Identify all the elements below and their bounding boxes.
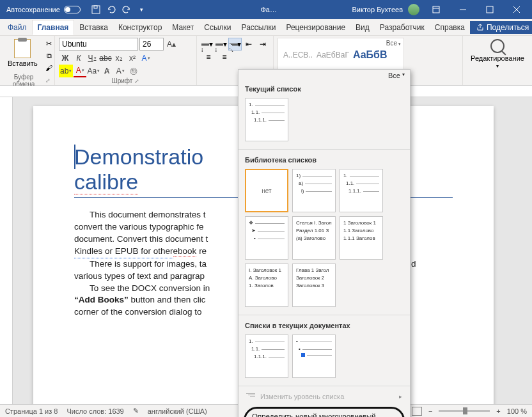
close-button[interactable] xyxy=(504,0,529,19)
clipboard-launcher-icon[interactable]: ⤢ xyxy=(45,77,51,84)
char-border-button[interactable]: A xyxy=(114,65,127,77)
doc-list-tile-2[interactable]: • • xyxy=(292,334,336,378)
user-account[interactable]: Виктор Бухтеев xyxy=(352,4,423,15)
format-painter-button[interactable]: 🖌 xyxy=(43,62,56,74)
italic-button[interactable]: К xyxy=(72,52,85,65)
highlight-button[interactable]: ab xyxy=(59,65,73,77)
zoom-slider[interactable] xyxy=(439,410,490,412)
tab-design[interactable]: Конструктор xyxy=(113,20,167,35)
bullets-button[interactable]: ▾ xyxy=(201,38,214,51)
change-case-button[interactable]: Aa xyxy=(87,65,100,77)
increase-indent-button[interactable]: ⇥ xyxy=(256,38,269,51)
svg-rect-3 xyxy=(487,6,493,13)
section-current-list: Текущий список xyxy=(239,81,410,95)
font-family-input[interactable] xyxy=(59,38,138,51)
tab-file[interactable]: Файл xyxy=(3,20,32,35)
bold-button[interactable]: Ж xyxy=(59,52,72,65)
clear-format-button[interactable]: A̷ xyxy=(100,65,113,77)
align-left-button[interactable]: ≡ xyxy=(201,51,216,63)
grow-font-button[interactable]: A▴ xyxy=(165,38,178,51)
status-spellcheck-icon[interactable]: ✎ xyxy=(133,407,139,415)
zoom-level[interactable]: 100 % xyxy=(507,407,527,415)
qat-dropdown-icon[interactable]: ▾ xyxy=(137,4,147,15)
editing-button[interactable]: Редактирование ▾ xyxy=(467,38,528,70)
toggle-icon xyxy=(64,6,81,13)
clipboard-group: Вставить ✂ ⧉ 🖌 Буфер обмена⤢ xyxy=(0,36,55,85)
title-line-2: calibre xyxy=(74,169,138,194)
ribbon-options-button[interactable] xyxy=(423,0,449,19)
window-controls xyxy=(423,0,529,19)
status-page[interactable]: Страница 1 из 8 xyxy=(5,407,58,415)
tab-home[interactable]: Главная xyxy=(32,20,75,35)
styles-all-label[interactable]: Все xyxy=(386,40,401,47)
styles-gallery[interactable]: А..ЕСВ.. АаЕбВаГ АаБбВ Все xyxy=(278,38,404,72)
vertical-ruler[interactable] xyxy=(0,97,13,404)
zoom-out-button[interactable]: − xyxy=(428,407,432,415)
change-level-label: Изменить уровень списка xyxy=(260,393,344,400)
quick-access-toolbar: ▾ xyxy=(91,4,147,15)
dropdown-all[interactable]: Все xyxy=(239,70,410,81)
numbering-button[interactable]: ▾ xyxy=(215,38,228,51)
save-icon[interactable] xyxy=(91,4,101,15)
tab-view[interactable]: Вид xyxy=(350,20,375,35)
list-tile-none[interactable]: нет xyxy=(245,169,288,212)
list-tile-paren[interactable]: 1) a) i) xyxy=(292,169,336,212)
share-label: Поделиться xyxy=(487,23,529,32)
list-tile-article[interactable]: Статья I. Загол Раздел 1.01 З (a) Заголо… xyxy=(292,216,336,260)
font-size-input[interactable] xyxy=(139,38,164,51)
strike-button[interactable]: abc xyxy=(99,52,112,65)
autosave-toggle[interactable]: Автосохранение xyxy=(3,6,84,13)
autosave-label: Автосохранение xyxy=(6,6,60,13)
list-tile-heading[interactable]: 1 Заголовок 1 1.1 Заголово 1.1.1 Заголов xyxy=(340,216,383,260)
title-line-1: Demonstratio xyxy=(74,145,203,169)
paste-button[interactable]: Вставить xyxy=(4,38,42,74)
copy-button[interactable]: ⧉ xyxy=(43,50,56,61)
decrease-indent-button[interactable]: ⇤ xyxy=(242,38,256,51)
tab-help[interactable]: Справка xyxy=(430,20,470,35)
multilevel-list-dropdown: Все Текущий список 1. 1.1. 1.1.1. Библио… xyxy=(238,69,411,417)
tab-insert[interactable]: Вставка xyxy=(74,20,113,35)
align-center-button[interactable]: ≡ xyxy=(217,51,232,63)
define-new-list-button[interactable]: Определить новый многоуровневый список… xyxy=(244,407,405,417)
text-effects-button[interactable]: A xyxy=(139,52,152,65)
minimize-button[interactable] xyxy=(450,0,476,19)
style-preview-2: АаЕбВаГ xyxy=(317,51,349,59)
multilevel-list-button[interactable]: ▾ xyxy=(228,38,242,51)
underline-button[interactable]: Ч xyxy=(86,52,98,65)
tab-developer[interactable]: Разработчик xyxy=(375,20,430,35)
avatar-icon xyxy=(408,4,419,15)
paste-label: Вставить xyxy=(8,59,38,67)
chevron-right-icon: ▸ xyxy=(399,393,402,400)
list-tile-bullets[interactable]: ❖ ➤ • xyxy=(245,216,288,260)
undo-icon[interactable] xyxy=(106,4,116,15)
list-tile-chapter[interactable]: Глава 1 Загол Заголовок 2 Заголовок 3 xyxy=(292,264,336,307)
tab-references[interactable]: Ссылки xyxy=(199,20,236,35)
web-layout-icon[interactable] xyxy=(412,407,422,416)
share-button[interactable]: Поделиться xyxy=(470,21,532,34)
editing-group: Редактирование ▾ xyxy=(463,36,532,85)
superscript-button[interactable]: x² xyxy=(126,52,139,65)
indent-icon xyxy=(246,393,255,400)
doc-list-tile-1[interactable]: 1. 1.1. 1.1.1. xyxy=(245,334,288,378)
enclose-button[interactable]: ㊞ xyxy=(127,65,140,77)
list-tile-num[interactable]: 1. 1.1. 1.1.1. xyxy=(340,169,383,212)
current-list-tile[interactable]: 1. 1.1. 1.1.1. xyxy=(245,98,288,141)
list-tile-roman[interactable]: I. Заголовок 1 A. Заголово 1. Заголов xyxy=(245,264,288,307)
tab-layout[interactable]: Макет xyxy=(167,20,199,35)
subscript-button[interactable]: x₂ xyxy=(113,52,125,65)
font-group-label: Шрифт xyxy=(112,77,133,84)
tab-review[interactable]: Рецензирование xyxy=(281,20,350,35)
redo-icon[interactable] xyxy=(121,4,132,15)
clipboard-icon xyxy=(14,39,31,58)
font-launcher-icon[interactable]: ⤢ xyxy=(134,78,139,84)
status-word-count[interactable]: Число слов: 1639 xyxy=(66,407,123,415)
cut-button[interactable]: ✂ xyxy=(43,38,56,49)
search-icon xyxy=(490,39,505,53)
status-language[interactable]: английский (США) xyxy=(148,407,207,415)
tab-mailings[interactable]: Рассылки xyxy=(237,20,281,35)
share-icon xyxy=(476,24,484,31)
zoom-in-button[interactable]: + xyxy=(496,407,500,415)
font-color-button[interactable]: A xyxy=(74,65,86,77)
maximize-button[interactable] xyxy=(477,0,503,19)
user-name: Виктор Бухтеев xyxy=(352,6,403,13)
